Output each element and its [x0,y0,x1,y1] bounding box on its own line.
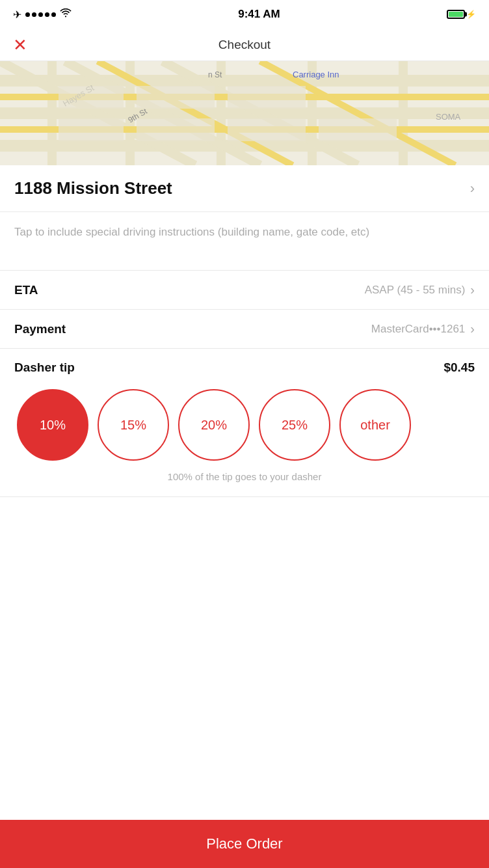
tip-header: Dasher tip $0.45 [14,360,475,375]
svg-rect-25 [137,118,215,141]
tip-section: Dasher tip $0.45 10% 15% 20% 25% other 1… [0,349,489,496]
bolt-icon: ⚡ [466,10,476,19]
eta-label: ETA [14,283,38,297]
svg-rect-23 [228,86,306,109]
svg-rect-27 [319,118,397,141]
eta-chevron-icon: › [470,282,475,297]
tip-btn-10[interactable]: 10% [17,389,88,461]
instructions-placeholder: Tap to include special driving instructi… [14,226,369,238]
status-bar: ✈ 9:41 AM ⚡ [0,0,489,29]
svg-text:Carriage Inn: Carriage Inn [293,70,339,79]
map-area[interactable]: Hayes St 9th St n St Carriage Inn SOMA [0,61,489,165]
payment-value-container: MasterCard•••1261 › [371,321,475,336]
battery-icon [447,10,465,19]
eta-row[interactable]: ETA ASAP (45 - 55 mins) › [0,271,489,310]
address-text: 1188 Mission Street [14,178,172,198]
signal-dot-5 [51,12,56,17]
wifi-icon [60,8,72,20]
svg-rect-21 [59,86,124,109]
bottom-divider [0,496,489,497]
tip-note: 100% of the tip goes to your dasher [14,471,475,487]
signal-dot-1 [25,12,30,17]
signal-dot-2 [32,12,36,17]
tip-btn-25[interactable]: 25% [259,389,330,461]
tip-btn-20[interactable]: 20% [178,389,250,461]
svg-rect-24 [59,118,124,141]
instructions-section[interactable]: Tap to include special driving instructi… [0,212,489,271]
tip-label: Dasher tip [14,360,75,375]
tip-btn-other[interactable]: other [339,389,411,461]
payment-chevron-icon: › [470,321,475,336]
payment-value: MasterCard•••1261 [371,323,465,336]
eta-value: ASAP (45 - 55 mins) [365,284,466,297]
status-left: ✈ [13,8,72,21]
status-time: 9:41 AM [238,8,280,21]
svg-text:SOMA: SOMA [436,112,461,122]
airplane-icon: ✈ [13,8,21,21]
signal-dots [25,12,56,17]
battery-fill [449,12,463,17]
tip-buttons: 10% 15% 20% 25% other [14,389,475,461]
signal-dot-3 [38,12,43,17]
svg-rect-26 [228,118,306,141]
map-svg: Hayes St 9th St n St Carriage Inn SOMA [0,61,489,165]
place-order-button[interactable]: Place Order [0,820,489,868]
status-right: ⚡ [447,10,476,19]
payment-row[interactable]: Payment MasterCard•••1261 › [0,310,489,349]
battery-container: ⚡ [447,10,476,19]
close-button[interactable]: ✕ [13,36,27,53]
svg-text:n St: n St [208,70,222,79]
signal-dot-4 [45,12,49,17]
nav-header: ✕ Checkout [0,29,489,61]
address-chevron-icon: › [470,180,475,197]
page-title: Checkout [218,38,271,52]
payment-label: Payment [14,322,66,336]
eta-value-container: ASAP (45 - 55 mins) › [365,282,475,297]
address-section[interactable]: 1188 Mission Street › [0,165,489,212]
tip-amount: $0.45 [443,360,475,375]
tip-btn-15[interactable]: 15% [98,389,169,461]
svg-rect-22 [137,86,215,109]
